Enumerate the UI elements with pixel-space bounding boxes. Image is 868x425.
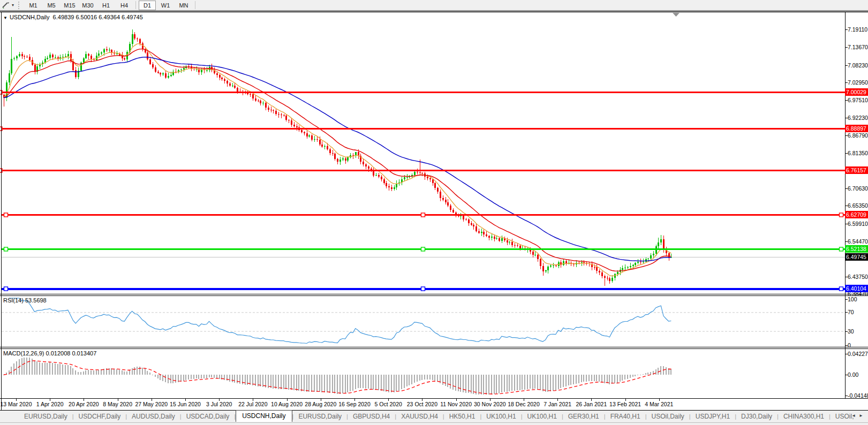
price-level-tag: 6.62709 [845, 211, 868, 218]
date-axis-label: 15 Jun 2020 [170, 401, 201, 407]
date-axis-label: 30 Nov 2020 [474, 401, 506, 407]
tab-scroll-arrows: ◄► [851, 413, 866, 418]
status-strip [0, 422, 868, 425]
tab-usdjpy-h1[interactable]: USDJPY,H1 [691, 412, 735, 421]
tab-uk100-h1[interactable]: UK100,H1 [523, 412, 562, 421]
price-axis-label: 6.81350 [848, 149, 868, 157]
timeframe-button-w1[interactable]: W1 [157, 1, 174, 10]
tab-hk50-h1[interactable]: HK50,H1 [444, 412, 480, 421]
trading-terminal-window: ▾ M1M5M15M30H1H4D1W1MN ▼USDCNH,Daily 6.4… [0, 0, 868, 425]
timeframe-button-m30[interactable]: M30 [79, 1, 96, 10]
tab-eurusd-daily[interactable]: EURUSD,Daily [293, 412, 346, 421]
chart-draw-icon [2, 1, 10, 9]
macd-values: 0.012008 0.013407 [46, 350, 96, 356]
price-axis-label: 6.59910 [848, 220, 868, 227]
price-axis-label: 6.86790 [848, 132, 868, 139]
rsi-value: 53.5698 [25, 297, 47, 303]
timeframe-button-m15[interactable]: M15 [61, 1, 78, 10]
date-axis-label: 7 Jan 2021 [544, 401, 571, 407]
date-axis-label: 1 Apr 2020 [36, 401, 64, 407]
chart-symbol-label: USDCNH,Daily [10, 14, 50, 20]
timeframe-button-m1[interactable]: M1 [25, 1, 42, 10]
price-axis-label: 6.65350 [848, 202, 868, 209]
date-axis-label: 13 Feb 2021 [609, 401, 641, 407]
caret-down-icon[interactable]: ▾ [12, 3, 14, 7]
date-axis-label: 18 Dec 2020 [508, 401, 540, 407]
price-level-tag: 6.52138 [845, 245, 868, 253]
date-axis-label: 16 Sep 2020 [338, 401, 371, 407]
macd-axis-label: 0.042275 [848, 350, 868, 358]
rsi-axis-label: 100 [848, 295, 868, 303]
tab-audusd-daily[interactable]: AUDUSD,Daily [127, 412, 180, 421]
price-axis-label: 6.43750 [848, 273, 868, 280]
price-level-tag: 6.76157 [845, 166, 868, 174]
chart-canvas[interactable] [2, 12, 845, 294]
timeframe-button-h4[interactable]: H4 [116, 1, 133, 10]
tab-usoil-daily[interactable]: USOil,Daily [647, 412, 689, 421]
date-axis-label: 27 May 2020 [135, 401, 168, 407]
tab-usdcad-daily[interactable]: USDCAD,Daily [182, 412, 235, 421]
date-axis-label: 28 Aug 2020 [305, 401, 336, 407]
tab-ger30-h1[interactable]: GER30,H1 [563, 412, 604, 421]
chart-collapse-icon[interactable]: ▼ [3, 16, 7, 20]
tab-usdchf-daily[interactable]: USDCHF,Daily [74, 412, 126, 421]
date-axis-label: 4 Mar 2021 [645, 401, 673, 407]
chart-title: ▼USDCNH,Daily 6.49839 6.50016 6.49364 6.… [3, 14, 143, 20]
price-level-tag: 6.88897 [845, 125, 868, 132]
tab-scroll-right-icon[interactable]: ► [859, 413, 866, 418]
tab-china300-h1[interactable]: CHINA300,H1 [779, 412, 829, 421]
tab-scroll-left-icon[interactable]: ◄ [851, 413, 859, 418]
tab-fra40-h1[interactable]: FRA40,H1 [606, 412, 645, 421]
chart-tab-bar: EURUSD,Daily|USDCHF,Daily|AUDUSD,Daily|U… [0, 411, 868, 422]
price-axis-label: 7.13670 [848, 43, 868, 51]
date-axis-label: 11 Nov 2020 [440, 401, 472, 407]
timeframe-toolbar: ▾ M1M5M15M30H1H4D1W1MN [0, 0, 868, 12]
date-axis-label: 10 Aug 2020 [271, 401, 303, 407]
chart-tool-button[interactable]: ▾ [0, 0, 16, 10]
rsi-axis-label: 0 [848, 341, 868, 349]
price-axis-label: 6.54470 [848, 238, 868, 245]
date-axis-label: 13 Mar 2020 [1, 401, 32, 407]
tab-gbpusd-h4[interactable]: GBPUSD,H4 [348, 412, 395, 421]
date-axis-label: 22 Jul 2020 [238, 401, 267, 407]
macd-pane-label: MACD(12,26,9) 0.012008 0.013407 [3, 350, 96, 356]
tab-eurusd-daily[interactable]: EURUSD,Daily [19, 412, 72, 421]
tab-usdcnh-daily-active[interactable]: USDCNH,Daily [236, 410, 292, 422]
tab-xauusd-h4[interactable]: XAUUSD,H4 [396, 412, 443, 421]
price-level-tag: 7.00029 [845, 88, 868, 96]
price-level-tag: 6.40104 [845, 285, 868, 292]
timeframe-button-h1[interactable]: H1 [97, 1, 115, 10]
price-axis-label: 6.92230 [848, 114, 868, 122]
timeframe-buttons: M1M5M15M30H1H4D1W1MN [24, 1, 198, 10]
timeframe-button-d1[interactable]: D1 [139, 1, 156, 10]
macd-axis-label: 0.00 [848, 371, 868, 378]
date-axis-label: 5 Oct 2020 [375, 401, 402, 407]
price-axis-label: 7.08230 [848, 62, 868, 69]
tab-dj30-daily[interactable]: DJ30,Daily [736, 412, 777, 421]
toolbar-separator [135, 1, 136, 9]
current-price-tag: 6.49745 [845, 253, 868, 261]
toolbar-grip[interactable] [18, 2, 21, 9]
date-axis-label: 8 May 2020 [103, 401, 132, 407]
price-axis-label: 7.02950 [848, 79, 868, 86]
toolbar-separator [195, 1, 195, 9]
date-axis-label: 23 Oct 2020 [407, 401, 437, 407]
price-axis-label: 6.97510 [848, 96, 868, 104]
macd-axis-label: -0.04148 [848, 392, 868, 399]
price-axis-label: 6.70630 [848, 185, 868, 192]
price-axis-label: 7.19110 [848, 26, 868, 33]
rsi-axis-label: 70 [848, 308, 868, 316]
date-axis-label: 3 Jul 2020 [206, 401, 232, 407]
timeframe-button-m5[interactable]: M5 [43, 1, 60, 10]
timeframe-button-mn[interactable]: MN [175, 1, 192, 10]
rsi-axis-label: 30 [848, 328, 868, 335]
date-axis-label: 26 Jan 2021 [576, 401, 607, 407]
chart-ohlc-values: 6.49839 6.50016 6.49364 6.49745 [53, 14, 143, 20]
tab-uk100-h1[interactable]: UK100,H1 [481, 412, 520, 421]
rsi-pane-label: RSI(14) 53.5698 [3, 297, 47, 303]
date-axis-label: 20 Apr 2020 [69, 401, 99, 407]
